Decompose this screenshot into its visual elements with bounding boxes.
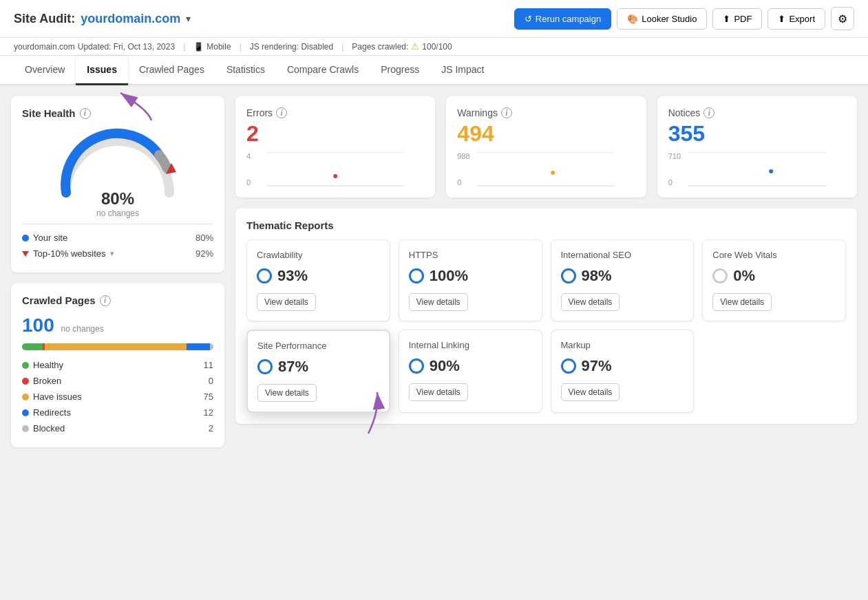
site-health-info-icon[interactable]: i — [80, 108, 91, 119]
main-content: Site Health i 80% no changes — [0, 85, 868, 458]
js-rendering: JS rendering: Disabled — [250, 42, 333, 52]
gauge-svg — [56, 127, 180, 196]
pdf-label: PDF — [734, 14, 752, 24]
crawled-pages-title: Crawled Pages i — [22, 294, 213, 306]
crawled-pages-card: Crawled Pages i 100 no changes Healthy 1… — [11, 283, 224, 447]
broken-value: 0 — [209, 376, 213, 386]
your-site-label: Your site — [33, 233, 67, 243]
intl-seo-view-details-button[interactable]: View details — [561, 293, 620, 311]
site-performance-card: Site Performance 87% View details — [246, 330, 390, 413]
blocked-value: 2 — [209, 423, 213, 433]
issues-dot — [22, 394, 29, 400]
notices-label: Notices i — [668, 107, 846, 118]
https-view-details-button[interactable]: View details — [409, 293, 468, 311]
markup-icon — [561, 358, 576, 374]
blocked-segment — [210, 343, 214, 350]
notices-info-icon[interactable]: i — [703, 107, 714, 118]
top10-label: Top-10% websites — [33, 248, 106, 259]
site-performance-view-details-button[interactable]: View details — [257, 384, 317, 402]
refresh-icon: ↺ — [525, 14, 532, 24]
internal-linking-card: Internal Linking 90% View details — [399, 330, 542, 413]
thematic-row-1: Crawlability 93% View details HTTPS 100%… — [246, 239, 846, 321]
notices-value: 355 — [668, 121, 846, 147]
crawlability-score: 93% — [257, 267, 380, 285]
intl-seo-name: International SEO — [561, 250, 684, 260]
rerun-campaign-button[interactable]: ↺ Rerun campaign — [514, 8, 611, 30]
thematic-row-2: Site Performance 87% View details Intern… — [246, 330, 846, 413]
issues-value: 75 — [204, 392, 213, 402]
errors-info-icon[interactable]: i — [276, 107, 287, 118]
crawlability-card: Crawlability 93% View details — [246, 239, 390, 321]
notices-card: Notices i 355 710 0 — [657, 96, 857, 197]
issues-label: Have issues — [33, 392, 82, 402]
rerun-label: Rerun campaign — [536, 14, 601, 24]
subbar-js-rendering: JS rendering: Disabled — [250, 42, 333, 52]
tab-progress[interactable]: Progress — [370, 56, 430, 85]
site-performance-icon — [257, 359, 273, 374]
domain-dropdown-icon[interactable]: ▾ — [186, 13, 191, 24]
https-card: HTTPS 100% View details — [399, 239, 542, 321]
errors-chart: 4 0 — [246, 152, 424, 186]
blocked-label: Blocked — [33, 423, 65, 433]
crawled-sub: no changes — [61, 324, 104, 334]
top-bar: Site Audit: yourdomain.com ▾ ↺ Rerun cam… — [0, 0, 868, 38]
https-icon — [409, 268, 424, 283]
healthy-legend: Healthy 11 — [22, 357, 213, 373]
warnings-info-icon[interactable]: i — [501, 107, 512, 118]
redirects-dot — [22, 409, 29, 416]
intl-seo-icon — [561, 268, 576, 283]
top-bar-left: Site Audit: yourdomain.com ▾ — [14, 12, 191, 26]
export-icon: ⬆ — [778, 14, 785, 24]
site-performance-name: Site Performance — [257, 341, 379, 351]
markup-card: Markup 97% View details — [551, 330, 695, 413]
redirects-legend: Redirects 12 — [22, 405, 213, 420]
left-panel: Site Health i 80% no changes — [11, 96, 224, 447]
metrics-row: Errors i 2 4 0 Warnings — [235, 96, 857, 197]
nav-tabs: Overview Issues Crawled Pages Statistics… — [0, 56, 868, 85]
intl-seo-card: International SEO 98% View details — [551, 239, 695, 321]
tab-crawled-pages[interactable]: Crawled Pages — [128, 56, 215, 85]
crawled-progress-bar — [22, 343, 213, 350]
tab-statistics[interactable]: Statistics — [215, 56, 276, 85]
blocked-legend: Blocked 2 — [22, 420, 213, 436]
errors-label: Errors i — [246, 107, 424, 118]
crawled-pages-info-icon[interactable]: i — [100, 295, 111, 306]
tab-js-impact[interactable]: JS Impact — [430, 56, 495, 85]
healthy-value: 11 — [204, 360, 213, 370]
redirects-segment — [187, 343, 209, 350]
export-button[interactable]: ⬆ Export — [768, 8, 825, 30]
https-score: 100% — [409, 267, 532, 285]
https-name: HTTPS — [409, 250, 532, 260]
tab-issues[interactable]: Issues — [76, 56, 128, 85]
your-site-value: 80% — [195, 233, 213, 243]
top10-chevron-icon[interactable]: ▾ — [110, 249, 114, 258]
gauge-container: 80% no changes — [22, 127, 213, 218]
healthy-segment — [22, 343, 43, 350]
empty-card-placeholder — [702, 330, 846, 413]
settings-button[interactable]: ⚙ — [831, 7, 854, 30]
core-web-vitals-view-details-button[interactable]: View details — [712, 293, 772, 311]
sub-bar: yourdomain.com Updated: Fri, Oct 13, 202… — [0, 38, 868, 56]
crawled-count: 100 — [22, 314, 54, 336]
crawlability-view-details-button[interactable]: View details — [257, 293, 316, 311]
issues-segment — [45, 343, 187, 350]
pdf-button[interactable]: ⬆ PDF — [712, 8, 762, 30]
site-health-label: Site Health — [22, 107, 76, 119]
crawled-pages-label: Crawled Pages — [22, 294, 96, 306]
tab-overview[interactable]: Overview — [14, 56, 76, 85]
right-panel: Errors i 2 4 0 Warnings — [235, 96, 857, 447]
errors-value: 2 — [246, 121, 424, 147]
svg-point-9 — [769, 169, 773, 173]
crawlability-name: Crawlability — [257, 250, 380, 260]
thematic-reports-label: Thematic Reports — [246, 219, 334, 231]
tab-compare-crawls[interactable]: Compare Crawls — [276, 56, 370, 85]
gauge-percent: 80% — [96, 189, 139, 208]
markup-view-details-button[interactable]: View details — [561, 383, 620, 401]
internal-linking-view-details-button[interactable]: View details — [409, 383, 468, 401]
looker-label: Looker Studio — [642, 14, 697, 24]
core-web-vitals-score: 0% — [712, 267, 836, 285]
looker-studio-button[interactable]: 🎨 Looker Studio — [617, 8, 707, 30]
mobile-icon: 📱 — [193, 42, 204, 52]
top10-icon — [22, 251, 29, 257]
svg-point-6 — [551, 171, 555, 175]
